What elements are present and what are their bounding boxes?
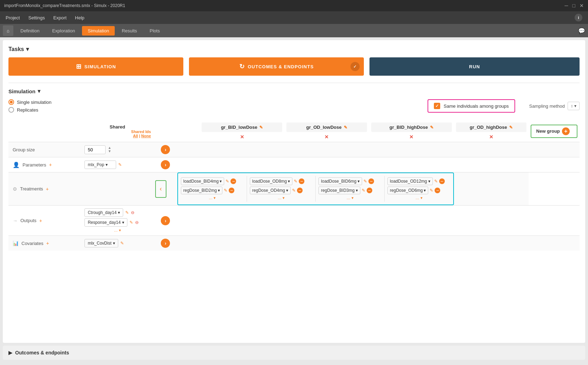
shared-ids-all[interactable]: All [133, 134, 138, 138]
treatment-3-more[interactable]: … ▾ [318, 196, 381, 200]
group-header-1: gr_BID_lowDose ✎ ✕ [200, 120, 284, 142]
treatment-4-2-dropdown[interactable]: regDose_OD6mg ▾ [387, 187, 428, 194]
treatment-3-2-edit[interactable]: ✎ [362, 188, 365, 193]
treatments-label: ⚙ Treatments + [8, 183, 81, 195]
treatment-4-1-edit[interactable]: ✎ [434, 179, 438, 184]
treatment-4-2-edit[interactable]: ✎ [430, 188, 433, 193]
new-group-button[interactable]: New group + [531, 125, 577, 138]
treatment-1-2-edit[interactable]: ✎ [224, 188, 227, 193]
tasks-dropdown-icon[interactable]: ▾ [26, 46, 29, 52]
tab-simulation[interactable]: Simulation [82, 26, 115, 36]
output-1-dropdown[interactable]: Ctrough_day14 ▾ [84, 208, 123, 217]
maximize-button[interactable]: □ [573, 3, 575, 8]
treatment-3-1-edit[interactable]: ✎ [363, 179, 367, 184]
group-4-edit-icon[interactable]: ✎ [509, 125, 513, 130]
treatment-1-more[interactable]: … ▾ [181, 196, 244, 200]
shared-ids-none[interactable]: None [141, 134, 151, 138]
treatment-1-1-remove[interactable]: − [230, 178, 236, 184]
treatment-3-1-dropdown[interactable]: loadDose_BID6mg ▾ [318, 177, 362, 185]
window-controls[interactable]: ─ □ ✕ [565, 3, 584, 8]
output-1-remove[interactable]: ⊖ [131, 210, 134, 215]
simulation-dropdown-icon[interactable]: ▾ [38, 88, 40, 94]
menu-settings[interactable]: Settings [28, 15, 45, 20]
tab-plots[interactable]: Plots [144, 26, 165, 36]
sampling-dropdown[interactable]: ↕ ▾ [568, 102, 580, 110]
treatment-2-1-edit[interactable]: ✎ [294, 179, 297, 184]
treatment-1-1-dropdown[interactable]: loadDose_BID4mg ▾ [181, 177, 225, 185]
covariates-propagate-button[interactable]: › [161, 239, 170, 248]
group-3-edit-icon[interactable]: ✎ [430, 125, 434, 130]
treatment-2-1-dropdown[interactable]: loadDose_OD8mg ▾ [250, 177, 293, 185]
run-button[interactable]: RUN [369, 57, 580, 76]
new-group-label: New group [536, 128, 560, 134]
group-2-delete-icon[interactable]: ✕ [324, 134, 329, 140]
treatment-4-1-remove[interactable]: − [439, 178, 445, 184]
treatment-1-1-edit[interactable]: ✎ [226, 179, 229, 184]
message-icon: 💬 [578, 27, 585, 34]
covariates-edit-icon[interactable]: ✎ [120, 241, 124, 246]
treatment-4-1-dropdown[interactable]: loadDose_OD12mg ▾ [387, 177, 432, 185]
outcomes-endpoints-button[interactable]: ↻ OUTCOMES & ENDPOINTS ✓ [189, 57, 364, 76]
outputs-propagate-button[interactable]: › [161, 216, 170, 225]
treatment-4-more[interactable]: … ▾ [387, 196, 450, 200]
output-2-edit[interactable]: ✎ [129, 220, 133, 225]
radio-replicates[interactable]: Replicates [8, 107, 51, 113]
group-size-groups-cell [177, 142, 529, 157]
run-button-label: RUN [469, 64, 480, 69]
group-1-edit-icon[interactable]: ✎ [259, 125, 263, 130]
treatments-group-4: loadDose_OD12mg ▾ ✎ − regDose_OD6mg ▾ [386, 176, 452, 202]
menu-project[interactable]: Project [6, 15, 20, 20]
treatment-3-2-remove[interactable]: − [367, 188, 372, 193]
tab-definition[interactable]: Definition [15, 26, 45, 36]
same-individuals-checkbox[interactable]: ✓ [434, 103, 440, 109]
spinner-down[interactable]: ▼ [108, 150, 111, 153]
menu-help[interactable]: Help [75, 15, 84, 20]
group-size-propagate-button[interactable]: › [161, 145, 170, 154]
treatment-3-1-remove[interactable]: − [368, 178, 374, 184]
output-2-dropdown[interactable]: Response_day14 ▾ [84, 218, 127, 227]
radio-single-simulation[interactable]: Single simulation [8, 99, 51, 105]
treatments-add-icon[interactable]: + [46, 186, 49, 192]
parameters-edit-icon[interactable]: ✎ [118, 162, 122, 167]
covariates-groups-cell [177, 236, 529, 251]
simulation-title: Simulation [8, 88, 36, 94]
parameters-propagate-button[interactable]: › [161, 160, 170, 169]
treatment-2-2-dropdown[interactable]: regDose_OD4mg ▾ [250, 187, 291, 194]
group-3-delete-icon[interactable]: ✕ [409, 134, 413, 140]
covariates-dropdown[interactable]: mlx_CovDist ▾ [84, 239, 118, 247]
group-2-edit-icon[interactable]: ✎ [344, 125, 347, 130]
treatment-3-1-name: loadDose_BID6mg [321, 179, 356, 184]
group-size-spinner[interactable]: ▲ ▼ [108, 146, 111, 153]
treatment-2-2-remove[interactable]: − [297, 188, 303, 193]
group-4-delete-icon[interactable]: ✕ [489, 134, 493, 140]
treatments-back-button[interactable]: ‹ [155, 180, 166, 198]
treatment-3-2-dropdown[interactable]: regDose_BID3mg ▾ [318, 187, 360, 194]
parameters-dropdown[interactable]: mlx_Pop ▾ [84, 161, 116, 169]
same-individuals-box[interactable]: ✓ Same individuals among groups [428, 99, 515, 113]
outputs-add-icon[interactable]: + [39, 218, 42, 224]
treatment-4-2-remove[interactable]: − [435, 188, 440, 193]
covariates-add-icon[interactable]: + [46, 240, 49, 246]
group-1-delete-icon[interactable]: ✕ [240, 134, 244, 140]
add-group-icon[interactable]: + [562, 127, 570, 135]
output-2-remove[interactable]: ⊖ [135, 220, 139, 225]
sampling-chevron: ▾ [574, 103, 576, 108]
treatment-1-2-remove[interactable]: − [229, 188, 234, 193]
outputs-more[interactable]: … ▾ [84, 228, 150, 233]
menu-export[interactable]: Export [53, 15, 67, 20]
parameters-add-icon[interactable]: + [49, 162, 52, 168]
treatment-2-more[interactable]: … ▾ [250, 196, 313, 200]
simulation-button[interactable]: ⊞ SIMULATION [8, 57, 183, 76]
home-button[interactable]: ⌂ [3, 25, 13, 36]
tab-results[interactable]: Results [116, 26, 143, 36]
parameters-text: Parameters [23, 162, 46, 168]
treatment-2-1-remove[interactable]: − [299, 178, 304, 184]
minimize-button[interactable]: ─ [565, 3, 568, 8]
treatment-1-2-dropdown[interactable]: regDose_BID2mg ▾ [181, 187, 222, 194]
outcomes-chevron-right[interactable]: ▶ [8, 350, 12, 355]
tab-exploration[interactable]: Exploration [46, 26, 81, 36]
treatment-2-2-edit[interactable]: ✎ [292, 188, 296, 193]
group-size-input[interactable] [84, 145, 106, 154]
output-1-edit[interactable]: ✎ [125, 210, 129, 215]
close-button[interactable]: ✕ [580, 3, 584, 8]
